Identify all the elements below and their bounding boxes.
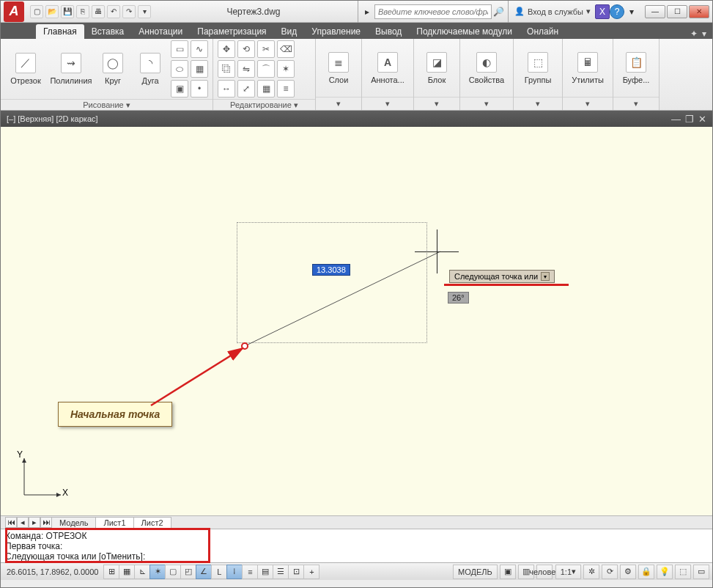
layout-last-icon[interactable]: ⏭: [40, 517, 52, 528]
panel-annot-arrow[interactable]: ▾: [362, 97, 413, 110]
tab-manage[interactable]: Управление: [304, 24, 368, 39]
block-button[interactable]: ◪Блок: [418, 41, 455, 95]
doc-close-icon[interactable]: ✕: [698, 114, 706, 125]
osnap-toggle[interactable]: ▢: [165, 565, 181, 579]
binoculars-icon[interactable]: 🔎: [492, 4, 506, 19]
stretch-icon[interactable]: ↔: [218, 80, 235, 98]
status-ws-icon[interactable]: ⚙: [620, 565, 636, 579]
copy-icon[interactable]: ⿻: [218, 60, 235, 78]
rotate-icon[interactable]: ⟲: [237, 40, 255, 58]
qat-new-icon[interactable]: ▢: [30, 5, 43, 18]
status-lock-icon[interactable]: 🔒: [638, 565, 654, 579]
help-dropdown-icon[interactable]: ▾: [624, 4, 639, 19]
layout-next-icon[interactable]: ▸: [29, 517, 40, 528]
layout-tab-model[interactable]: Модель: [51, 517, 96, 529]
3dosnap-toggle[interactable]: ◰: [180, 565, 196, 579]
close-button[interactable]: ✕: [689, 5, 709, 18]
tpy-toggle[interactable]: ▤: [257, 565, 273, 579]
tab-insert[interactable]: Вставка: [84, 24, 132, 39]
layout-prev-icon[interactable]: ◂: [17, 517, 29, 528]
ortho-toggle[interactable]: ⊾: [134, 565, 150, 579]
spline-icon[interactable]: ∿: [191, 40, 208, 58]
ribbon-min-icon[interactable]: ▾: [702, 29, 706, 39]
status-iso-icon[interactable]: ⬚: [675, 565, 691, 579]
status-annauto-icon[interactable]: ⟳: [602, 565, 618, 579]
panel-groups-arrow[interactable]: ▾: [514, 97, 562, 110]
panel-props-arrow[interactable]: ▾: [460, 97, 513, 110]
exchange-icon[interactable]: X: [595, 4, 610, 19]
layout-tab-sheet1[interactable]: Лист1: [95, 517, 133, 529]
status-clean-icon[interactable]: ▭: [693, 565, 709, 579]
layers-button[interactable]: ≣Слои: [320, 41, 357, 95]
offset-icon[interactable]: ≡: [277, 80, 295, 98]
polyline-button[interactable]: ⇝Полилиния: [51, 42, 92, 96]
maximize-button[interactable]: ☐: [667, 5, 687, 18]
command-input[interactable]: [145, 551, 336, 562]
viewport-label[interactable]: [–] [Верхняя] [2D каркас]: [7, 114, 98, 123]
props-button[interactable]: ◐Свойства: [465, 41, 509, 95]
qat-saveas-icon[interactable]: ⎘: [76, 5, 89, 18]
search-input[interactable]: [374, 4, 492, 19]
doc-minimize-icon[interactable]: —: [671, 114, 681, 125]
arc-button[interactable]: ◝Дуга: [134, 42, 166, 96]
tab-parametric[interactable]: Параметризация: [190, 24, 273, 39]
doc-restore-icon[interactable]: ❐: [685, 114, 694, 125]
layout-first-icon[interactable]: ⏮: [5, 517, 17, 528]
search-play-icon[interactable]: ▸: [360, 4, 374, 19]
lwt-toggle[interactable]: ≡: [242, 565, 258, 579]
qat-more-icon[interactable]: ▾: [138, 5, 151, 18]
panel-utils-arrow[interactable]: ▾: [563, 97, 613, 110]
app-menu-button[interactable]: A: [4, 1, 24, 22]
help-icon[interactable]: ?: [610, 4, 624, 19]
groups-button[interactable]: ⬚Группы: [518, 41, 558, 95]
panel-layers-arrow[interactable]: ▾: [316, 97, 361, 110]
status-annvis-icon[interactable]: ✲: [583, 565, 599, 579]
clipboard-button[interactable]: 📋Буфе...: [618, 41, 654, 95]
ducs-toggle[interactable]: L: [211, 565, 227, 579]
panel-drawing-title[interactable]: Рисование ▾: [1, 99, 213, 110]
qp-toggle[interactable]: ☰: [273, 565, 289, 579]
tab-online[interactable]: Онлайн: [520, 24, 566, 39]
qat-undo-icon[interactable]: ↶: [107, 5, 120, 18]
erase-icon[interactable]: ⌫: [277, 40, 295, 58]
circle-button[interactable]: ◯Круг: [96, 42, 130, 96]
line-button[interactable]: ／Отрезок: [5, 42, 46, 96]
array-icon[interactable]: ▦: [257, 80, 275, 98]
utils-button[interactable]: 🖩Утилиты: [567, 41, 608, 95]
layout-tab-sheet2[interactable]: Лист2: [133, 517, 171, 529]
fillet-icon[interactable]: ⌒: [257, 60, 275, 78]
tab-view[interactable]: Вид: [274, 24, 305, 39]
ribbon-expand-icon[interactable]: ✦: [690, 29, 698, 39]
rect-icon[interactable]: ▭: [171, 40, 188, 58]
dyn-toggle[interactable]: ⁞: [226, 565, 243, 579]
status-scale[interactable]: 1:1 ▾: [555, 565, 581, 579]
panel-block-arrow[interactable]: ▾: [414, 97, 459, 110]
minimize-button[interactable]: —: [645, 5, 665, 18]
hatch-icon[interactable]: ▦: [191, 60, 208, 78]
am-toggle[interactable]: +: [303, 565, 319, 579]
status-hw-icon[interactable]: 💡: [657, 565, 673, 579]
panel-editing-title[interactable]: Редактирование ▾: [213, 99, 315, 110]
qat-save-icon[interactable]: 💾: [61, 5, 74, 18]
signin-area[interactable]: 👤 Вход в службы ▾: [514, 7, 591, 16]
region-icon[interactable]: ▣: [171, 80, 188, 98]
otrack-toggle[interactable]: ∠: [196, 565, 212, 579]
drawing-canvas[interactable]: 13.3038 Следующая точка или ▾ 26° Началь…: [1, 127, 712, 515]
status-annscale-icon[interactable]: человек: [536, 565, 553, 579]
explode-icon[interactable]: ✶: [277, 60, 295, 78]
panel-clip-arrow[interactable]: ▾: [613, 97, 659, 110]
qat-open-icon[interactable]: 📂: [45, 5, 59, 18]
tab-output[interactable]: Вывод: [368, 24, 409, 39]
qat-redo-icon[interactable]: ↷: [122, 5, 136, 18]
grid-toggle[interactable]: ▦: [119, 565, 135, 579]
point-icon[interactable]: •: [191, 80, 208, 98]
snap-toggle[interactable]: ⊞: [103, 565, 119, 579]
qat-print-icon[interactable]: 🖶: [92, 5, 105, 18]
status-model[interactable]: МОДЕЛЬ: [453, 565, 498, 579]
mirror-icon[interactable]: ⇋: [237, 60, 255, 78]
annot-button[interactable]: AАннота...: [366, 41, 409, 95]
move-icon[interactable]: ✥: [218, 40, 235, 58]
sc-toggle[interactable]: ⊡: [288, 565, 304, 579]
tab-plugins[interactable]: Подключаемые модули: [409, 24, 520, 39]
scale-icon[interactable]: ⤢: [237, 80, 255, 98]
